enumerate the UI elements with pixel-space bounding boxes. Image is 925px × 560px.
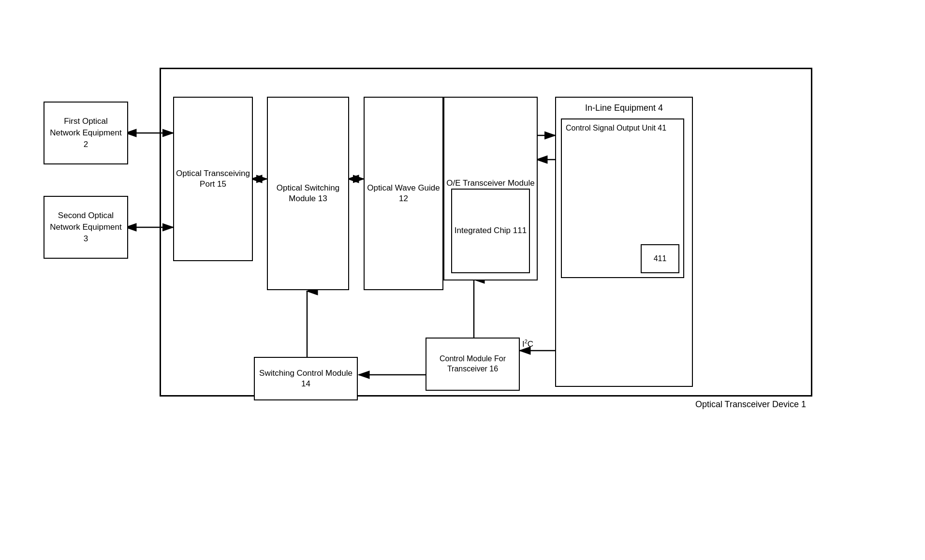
outer-box-label: Optical Transceiver Device 1 <box>695 399 806 410</box>
optical-wave-guide: Optical Wave Guide 12 <box>364 97 443 290</box>
optical-transceiving-port: Optical Transceiving Port 15 <box>173 97 253 261</box>
inline-equipment-label: In-Line Equipment 4 <box>585 103 663 114</box>
optical-switching-label: Optical Switching Module 13 <box>268 183 348 204</box>
first-optical-equipment: First Optical Network Equipment 2 <box>44 102 128 164</box>
optical-transceiving-label: Optical Transceiving Port 15 <box>174 168 252 190</box>
switching-control-module: Switching Control Module 14 <box>254 357 358 400</box>
diagram: First Optical Network Equipment 2 Second… <box>29 39 890 474</box>
second-optical-label: Second Optical Network Equipment 3 <box>48 210 123 244</box>
optical-wave-label: Optical Wave Guide 12 <box>365 183 442 204</box>
integrated-chip-label: Integrated Chip 111 <box>455 225 527 236</box>
control-signal-label: Control Signal Output Unit 41 <box>566 123 666 133</box>
control-module-transceiver-label: Control Module For Transceiver 16 <box>426 354 519 374</box>
inline-equipment: In-Line Equipment 4 Control Signal Outpu… <box>555 97 693 387</box>
switching-control-label: Switching Control Module 14 <box>255 368 357 389</box>
control-module-transceiver: Control Module For Transceiver 16 <box>426 338 520 391</box>
i2c-label: I2C <box>522 339 533 349</box>
output-unit-411: 411 <box>641 244 679 273</box>
control-signal-output: Control Signal Output Unit 41 411 <box>561 118 684 278</box>
first-optical-label: First Optical Network Equipment 2 <box>48 116 123 150</box>
integrated-chip: Integrated Chip 111 <box>451 189 530 273</box>
second-optical-equipment: Second Optical Network Equipment 3 <box>44 196 128 259</box>
output-unit-411-label: 411 <box>654 254 667 264</box>
optical-switching-module: Optical Switching Module 13 <box>267 97 349 290</box>
